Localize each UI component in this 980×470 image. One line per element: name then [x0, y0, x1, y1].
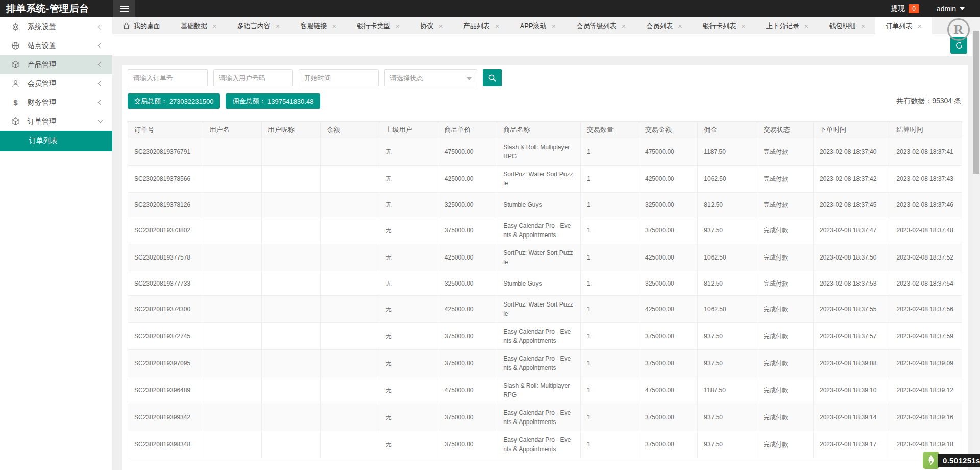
close-icon[interactable]: ×: [276, 22, 280, 30]
table-cell: [321, 377, 379, 404]
order-number-input[interactable]: [128, 69, 208, 86]
table-cell: 425000.00: [639, 296, 698, 323]
close-icon[interactable]: ×: [212, 22, 217, 30]
tab-13[interactable]: 订单列表×: [875, 17, 932, 34]
tab-label: 我的桌面: [134, 21, 160, 31]
table-cell: [261, 244, 320, 271]
total-count-text: 共有数据：95304 条: [896, 97, 961, 106]
table-cell: [261, 404, 320, 431]
sidebar-item-1[interactable]: 站点设置: [0, 36, 112, 55]
tab-2[interactable]: 多语言内容×: [227, 17, 290, 34]
user-number-input[interactable]: [213, 69, 293, 86]
close-icon[interactable]: ×: [804, 22, 809, 30]
close-icon[interactable]: ×: [861, 22, 865, 30]
close-icon[interactable]: ×: [917, 22, 922, 30]
status-select[interactable]: 请选择状态: [384, 69, 477, 86]
table-cell: SC23020819398348: [128, 431, 203, 458]
column-header: 佣金: [698, 122, 757, 138]
table-cell: 475000.00: [639, 377, 698, 404]
table-cell: Slash & Roll: Multiplayer RPG: [497, 377, 581, 404]
admin-dropdown[interactable]: admin: [937, 5, 965, 13]
withdraw-count-badge: 0: [909, 4, 919, 13]
table-row: SC23020819378566无425000.00SortPuz: Water…: [128, 166, 962, 193]
table-cell: 完成付款: [757, 138, 813, 166]
tab-4[interactable]: 银行卡类型×: [347, 17, 410, 34]
table-cell: 完成付款: [757, 217, 813, 244]
sidebar-item-label: 系统设置: [28, 22, 99, 32]
tab-7[interactable]: APP滚动×: [510, 17, 567, 34]
user-icon: [11, 79, 20, 88]
table-cell: 2023-02-08 18:39:08: [814, 350, 890, 377]
table-cell: [203, 431, 261, 458]
table-row: SC23020819378126无325000.00Stumble Guys13…: [128, 193, 962, 217]
table-cell: [261, 431, 320, 458]
tab-label: 客服链接: [301, 21, 327, 31]
table-cell: 无: [379, 296, 438, 323]
close-icon[interactable]: ×: [495, 22, 500, 30]
table-cell: 无: [379, 350, 438, 377]
chevron-left-icon: [98, 100, 103, 105]
table-cell: SC23020819372745: [128, 323, 203, 350]
sidebar-item-3[interactable]: 会员管理: [0, 74, 112, 93]
table-cell: 937.50: [698, 323, 757, 350]
table-cell: 375000.00: [639, 323, 698, 350]
table-cell: 无: [379, 244, 438, 271]
close-icon[interactable]: ×: [678, 22, 682, 30]
sidebar-item-5[interactable]: 订单管理: [0, 112, 112, 131]
start-time-input[interactable]: [299, 69, 379, 86]
table-cell: 2023-02-08 18:39:12: [890, 377, 962, 404]
tab-6[interactable]: 产品列表×: [453, 17, 510, 34]
scrollbar-thumb[interactable]: [973, 31, 979, 174]
sidebar-submenu-order-list[interactable]: 订单列表: [0, 131, 112, 151]
table-cell: [203, 296, 261, 323]
tab-9[interactable]: 会员列表×: [636, 17, 693, 34]
table-cell: 937.50: [698, 350, 757, 377]
tab-0[interactable]: 我的桌面: [112, 17, 170, 34]
column-header: 上级用户: [379, 122, 438, 138]
tab-10[interactable]: 银行卡列表×: [693, 17, 756, 34]
close-icon[interactable]: ×: [552, 22, 556, 30]
tab-3[interactable]: 客服链接×: [290, 17, 347, 34]
search-button[interactable]: [483, 69, 502, 86]
close-icon[interactable]: ×: [332, 22, 337, 30]
dollar-icon: $: [11, 98, 20, 107]
table-cell: 2023-02-08 18:37:47: [814, 217, 890, 244]
tab-label: 基础数据: [181, 21, 207, 31]
sidebar-item-0[interactable]: 系统设置: [0, 17, 112, 36]
table-cell: SC23020819373802: [128, 217, 203, 244]
table-cell: 无: [379, 166, 438, 193]
table-cell: 2023-02-08 18:37:52: [890, 244, 962, 271]
close-icon[interactable]: ×: [621, 22, 626, 30]
tab-5[interactable]: 协议×: [410, 17, 453, 34]
table-cell: Easy Calendar Pro - Events & Appointment…: [497, 323, 581, 350]
scrollbar-track[interactable]: [972, 17, 980, 470]
close-icon[interactable]: ×: [741, 22, 746, 30]
table-cell: [203, 193, 261, 217]
table-cell: 325000.00: [438, 271, 497, 296]
table-cell: 完成付款: [757, 431, 813, 458]
withdraw-menu[interactable]: 提现 0: [891, 4, 919, 13]
tab-11[interactable]: 上下分记录×: [756, 17, 819, 34]
close-icon[interactable]: ×: [395, 22, 400, 30]
table-cell: Easy Calendar Pro - Events & Appointment…: [497, 431, 581, 458]
exec-time-widget: 0.501251s: [923, 452, 980, 469]
tab-1[interactable]: 基础数据×: [170, 17, 227, 34]
table-cell: 2023-02-08 18:39:17: [814, 431, 890, 458]
table-cell: SC23020819377578: [128, 244, 203, 271]
table-cell: 完成付款: [757, 244, 813, 271]
column-header: 订单号: [128, 122, 203, 138]
table-cell: SC23020819396489: [128, 377, 203, 404]
hamburger-menu-icon[interactable]: [113, 0, 135, 17]
table-cell: 2023-02-08 18:37:59: [890, 323, 962, 350]
table-cell: Easy Calendar Pro - Events & Appointment…: [497, 350, 581, 377]
tab-8[interactable]: 会员等级列表×: [566, 17, 636, 34]
table-cell: [321, 431, 379, 458]
sidebar-item-2[interactable]: 产品管理: [0, 55, 112, 74]
table-cell: 2023-02-08 18:37:55: [814, 296, 890, 323]
table-cell: 1062.50: [698, 166, 757, 193]
tab-label: 订单列表: [886, 21, 912, 31]
exec-time-badge: 0.501251s: [938, 454, 980, 467]
close-icon[interactable]: ×: [438, 22, 443, 30]
tab-12[interactable]: 钱包明细×: [819, 17, 875, 34]
sidebar-item-4[interactable]: $财务管理: [0, 93, 112, 112]
